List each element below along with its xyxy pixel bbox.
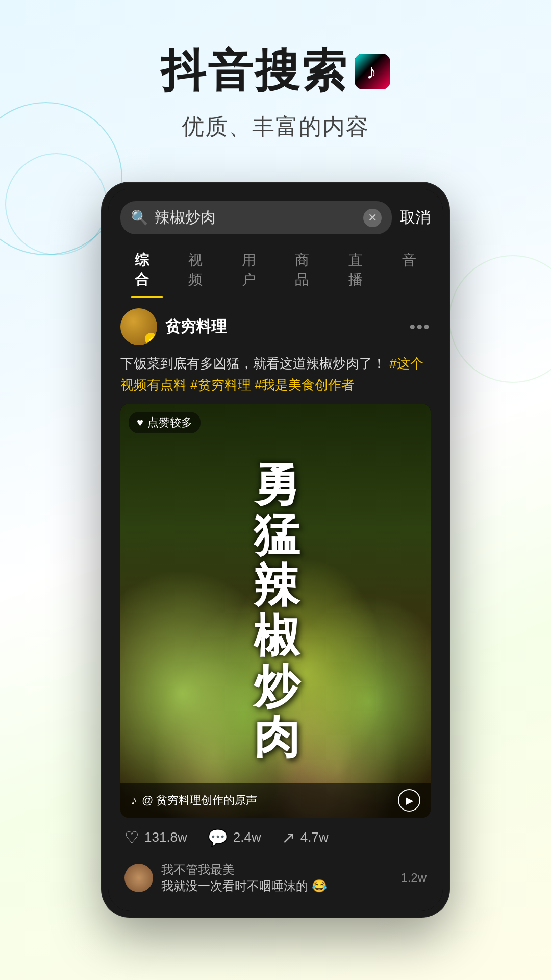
comment-texts: 我不管我最美 我就没一次看时不咽唾沫的 😂: [161, 862, 392, 894]
app-title: 抖音搜索 ♪: [161, 41, 390, 102]
username[interactable]: 贫穷料理: [165, 316, 227, 337]
tiktok-note-icon: ♪: [366, 60, 379, 83]
shares-count: 4.7w: [300, 829, 329, 845]
phone-device: 🔍 辣椒炒肉 ✕ 取消 综合 视频 用户: [102, 183, 449, 917]
phone-wrapper: 🔍 辣椒炒肉 ✕ 取消 综合 视频 用户: [0, 183, 551, 917]
verified-badge: ✓: [145, 333, 157, 345]
phone-screen: 🔍 辣椒炒肉 ✕ 取消 综合 视频 用户: [108, 189, 443, 911]
tab-用户[interactable]: 用户: [228, 242, 281, 298]
shares-item[interactable]: ↗ 4.7w: [282, 828, 329, 847]
verified-icon: ✓: [148, 335, 154, 343]
clear-icon: ✕: [368, 211, 377, 225]
comment-body: 我就没一次看时不咽唾沫的 😂: [161, 878, 392, 894]
tab-label-商品: 商品: [295, 252, 309, 287]
tab-label-视频: 视频: [188, 252, 203, 287]
comment-icon: 💬: [208, 828, 228, 847]
title-text: 抖音搜索: [161, 41, 348, 102]
tiktok-logo: ♪: [355, 54, 390, 89]
tab-商品[interactable]: 商品: [281, 242, 334, 298]
engagement-row: ♡ 131.8w 💬 2.4w ↗ 4.7w: [120, 828, 431, 847]
user-info: ✓ 贫穷料理: [120, 308, 227, 345]
comment-count: 1.2w: [400, 871, 427, 885]
search-query-text: 辣椒炒肉: [155, 207, 357, 228]
post-desc-text: 下饭菜到底有多凶猛，就看这道辣椒炒肉了！: [120, 356, 386, 371]
likes-item[interactable]: ♡ 131.8w: [124, 828, 187, 847]
comments-count: 2.4w: [233, 829, 261, 845]
tab-label-直播: 直播: [348, 252, 363, 287]
clear-button[interactable]: ✕: [363, 209, 382, 227]
audio-bar[interactable]: ♪ @ 贫穷料理创作的原声 ▶: [120, 783, 431, 818]
share-icon: ↗: [282, 828, 295, 847]
play-button[interactable]: ▶: [398, 789, 420, 812]
heart-icon: ♡: [124, 828, 139, 847]
video-calligraphy: 勇猛辣椒炒肉: [254, 459, 297, 763]
tab-label-综合: 综合: [135, 252, 149, 287]
search-input-box[interactable]: 🔍 辣椒炒肉 ✕: [120, 201, 392, 234]
audio-info: ♪ @ 贫穷料理创作的原声: [131, 793, 257, 808]
tab-音[interactable]: 音: [388, 242, 431, 298]
subtitle-text: 优质、丰富的内容: [0, 112, 551, 142]
commenter-avatar: [124, 864, 153, 892]
cancel-button[interactable]: 取消: [400, 207, 431, 228]
tab-综合[interactable]: 综合: [120, 242, 174, 298]
video-thumbnail[interactable]: ♥ 点赞较多 勇猛辣椒炒肉 ♪ @ 贫穷料理创作的原声: [120, 404, 431, 818]
play-icon: ▶: [406, 794, 413, 806]
comment-preview: 我不管我最美 我就没一次看时不咽唾沫的 😂 1.2w: [120, 855, 431, 900]
search-bar: 🔍 辣椒炒肉 ✕ 取消: [108, 189, 443, 242]
commenter-username: 我不管我最美: [161, 862, 392, 878]
overlay-text-area: 勇猛辣椒炒肉: [120, 404, 431, 818]
content-area: ✓ 贫穷料理 ••• 下饭菜到底有多凶猛，就看这道辣椒炒肉了！ #这个视频有点料…: [108, 298, 443, 911]
more-button[interactable]: •••: [409, 317, 431, 337]
audio-text: @ 贫穷料理创作的原声: [142, 793, 257, 808]
avatar: ✓: [120, 308, 157, 345]
user-row: ✓ 贫穷料理 •••: [120, 308, 431, 345]
post-description: 下饭菜到底有多凶猛，就看这道辣椒炒肉了！ #这个视频有点料 #贫穷料理 #我是美…: [120, 353, 431, 396]
header-section: 抖音搜索 ♪ 优质、丰富的内容: [0, 0, 551, 173]
likes-count: 131.8w: [144, 829, 187, 845]
tab-label-音: 音: [402, 252, 416, 268]
tabs-row: 综合 视频 用户 商品 直播 音: [108, 242, 443, 298]
comments-item[interactable]: 💬 2.4w: [208, 828, 261, 847]
tab-label-用户: 用户: [242, 252, 256, 287]
tab-直播[interactable]: 直播: [334, 242, 388, 298]
tab-视频[interactable]: 视频: [174, 242, 228, 298]
search-icon: 🔍: [131, 209, 148, 226]
tiktok-audio-icon: ♪: [131, 793, 137, 807]
